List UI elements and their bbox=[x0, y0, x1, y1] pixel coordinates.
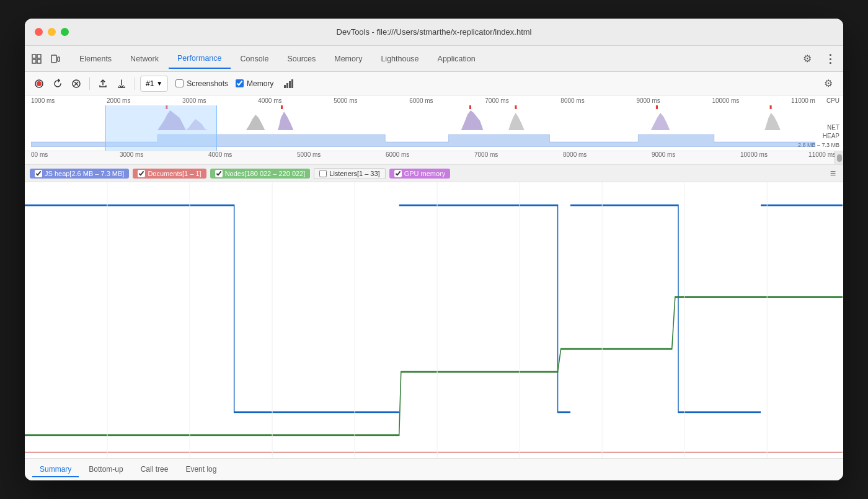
svg-rect-2 bbox=[32, 60, 36, 63]
tab-bar-icons bbox=[30, 52, 62, 66]
svg-rect-12 bbox=[286, 83, 288, 88]
svg-rect-25 bbox=[469, 105, 471, 109]
ruler-6000ms: 6000 ms bbox=[386, 151, 409, 158]
svg-point-7 bbox=[37, 81, 42, 86]
legend-listeners-checkbox[interactable] bbox=[319, 170, 327, 177]
tab-console[interactable]: Console bbox=[232, 49, 278, 69]
toolbar-separator-1 bbox=[89, 77, 90, 90]
scrollbar-thumb[interactable] bbox=[837, 154, 842, 162]
screenshots-checkbox-label[interactable]: Screenshots bbox=[175, 79, 228, 88]
legend-docs-checkbox[interactable] bbox=[138, 170, 145, 177]
memory-legend: JS heap[2.6 MB – 7.3 MB] Documents[1 – 1… bbox=[25, 165, 843, 182]
memory-checkbox-label[interactable]: Memory bbox=[236, 79, 273, 88]
tab-bar: Elements Network Performance Console Sou… bbox=[25, 46, 843, 72]
tab-application[interactable]: Application bbox=[429, 49, 484, 69]
time-label-7: 7000 ms bbox=[485, 97, 508, 104]
tab-lighthouse[interactable]: Lighthouse bbox=[372, 49, 427, 69]
legend-docs-label: Documents[1 – 1] bbox=[148, 170, 201, 177]
ruler-10000ms: 10000 ms bbox=[740, 151, 768, 158]
overview-time-labels: 1000 ms 2000 ms 3000 ms 4000 ms 5000 ms … bbox=[31, 97, 815, 104]
svg-rect-0 bbox=[32, 55, 36, 58]
memory-checkbox[interactable] bbox=[236, 79, 244, 87]
toolbar-separator-2 bbox=[135, 77, 135, 90]
svg-marker-20 bbox=[508, 113, 525, 130]
svg-rect-4 bbox=[51, 55, 56, 63]
tab-elements[interactable]: Elements bbox=[71, 49, 120, 69]
scrollbar-indicator[interactable] bbox=[835, 151, 843, 164]
time-label-6: 6000 ms bbox=[409, 97, 433, 104]
device-icon[interactable] bbox=[48, 52, 62, 66]
maximize-button[interactable] bbox=[61, 28, 69, 36]
window-title: DevTools - file:///Users/stmarthe/x-repl… bbox=[337, 27, 532, 37]
legend-js-heap-label: JS heap[2.6 MB – 7.3 MB] bbox=[45, 170, 124, 177]
tab-call-tree[interactable]: Call tree bbox=[133, 462, 176, 477]
tab-summary[interactable]: Summary bbox=[32, 462, 79, 477]
svg-rect-13 bbox=[289, 81, 291, 88]
tab-event-log[interactable]: Event log bbox=[178, 462, 224, 477]
time-label-4: 4000 ms bbox=[258, 97, 281, 104]
tab-memory[interactable]: Memory bbox=[326, 49, 371, 69]
toolbar-right: ⚙ bbox=[820, 75, 837, 92]
profile-dropdown-icon: ▼ bbox=[156, 80, 162, 87]
legend-nodes[interactable]: Nodes[180 022 – 220 022] bbox=[210, 169, 311, 179]
overview-selection bbox=[105, 105, 217, 151]
heap-label: HEAP bbox=[823, 132, 839, 141]
legend-gpu-checkbox[interactable] bbox=[394, 170, 402, 177]
close-button[interactable] bbox=[35, 28, 43, 36]
reload-button[interactable] bbox=[50, 76, 66, 92]
minimize-button[interactable] bbox=[48, 28, 56, 36]
ruler-9000ms: 9000 ms bbox=[652, 151, 675, 158]
cpu-label: CPU bbox=[826, 97, 839, 104]
chart-area bbox=[25, 182, 843, 458]
profile-selector[interactable]: #1 ▼ bbox=[140, 76, 168, 92]
perf-settings-icon[interactable]: ⚙ bbox=[820, 75, 837, 92]
svg-marker-19 bbox=[461, 110, 484, 130]
screenshots-checkbox[interactable] bbox=[175, 79, 184, 87]
ruler-0ms: 00 ms bbox=[31, 151, 48, 158]
upload-button[interactable] bbox=[95, 76, 111, 92]
ruler-7000ms: 7000 ms bbox=[474, 151, 498, 158]
clear-button[interactable] bbox=[68, 76, 84, 92]
legend-documents[interactable]: Documents[1 – 1] bbox=[133, 169, 206, 179]
inspector-icon[interactable] bbox=[30, 52, 43, 66]
tab-bar-right: ⚙ ⋮ bbox=[799, 50, 838, 68]
timeline-ruler: 00 ms 3000 ms 4000 ms 5000 ms 6000 ms 70… bbox=[25, 151, 843, 165]
svg-rect-28 bbox=[770, 105, 772, 109]
time-label-5: 5000 ms bbox=[334, 97, 357, 104]
profile-label: #1 bbox=[146, 79, 154, 88]
svg-marker-22 bbox=[764, 113, 781, 130]
legend-listeners-label: Listeners[1 – 33] bbox=[329, 170, 379, 177]
svg-rect-1 bbox=[37, 55, 41, 58]
overview-panel: 1000 ms 2000 ms 3000 ms 4000 ms 5000 ms … bbox=[25, 95, 843, 151]
tab-sources[interactable]: Sources bbox=[278, 49, 324, 69]
toolbar-checkboxes: Screenshots Memory bbox=[175, 76, 297, 92]
record-button[interactable] bbox=[31, 76, 47, 92]
tab-network[interactable]: Network bbox=[122, 49, 167, 69]
perf-icon[interactable] bbox=[281, 76, 297, 92]
svg-marker-21 bbox=[651, 113, 670, 130]
legend-js-heap[interactable]: JS heap[2.6 MB – 7.3 MB] bbox=[30, 169, 129, 179]
legend-nodes-label: Nodes[180 022 – 220 022] bbox=[225, 170, 306, 177]
svg-rect-26 bbox=[515, 105, 516, 109]
legend-js-heap-checkbox[interactable] bbox=[35, 170, 42, 177]
time-label-11: 11000 m bbox=[791, 97, 815, 104]
tab-performance[interactable]: Performance bbox=[169, 49, 231, 69]
more-options-icon[interactable]: ⋮ bbox=[821, 50, 838, 68]
legend-listeners[interactable]: Listeners[1 – 33] bbox=[314, 168, 385, 179]
net-heap-label: NET HEAP bbox=[823, 123, 839, 141]
legend-nodes-checkbox[interactable] bbox=[215, 170, 223, 177]
screenshots-label: Screenshots bbox=[187, 79, 228, 88]
memory-chart bbox=[25, 182, 843, 458]
settings-icon[interactable]: ⚙ bbox=[799, 50, 816, 68]
svg-rect-5 bbox=[58, 57, 60, 61]
legend-gpu-label: GPU memory bbox=[404, 170, 446, 177]
traffic-lights bbox=[35, 28, 69, 36]
legend-menu-icon[interactable]: ≡ bbox=[828, 167, 838, 180]
time-label-9: 9000 ms bbox=[636, 97, 660, 104]
svg-marker-18 bbox=[278, 112, 294, 130]
legend-gpu[interactable]: GPU memory bbox=[389, 169, 451, 179]
download-button[interactable] bbox=[113, 76, 130, 92]
ruler-labels-container: 00 ms 3000 ms 4000 ms 5000 ms 6000 ms 70… bbox=[31, 151, 837, 164]
tab-bottom-up[interactable]: Bottom-up bbox=[81, 462, 130, 477]
time-label-3: 3000 ms bbox=[182, 97, 206, 104]
